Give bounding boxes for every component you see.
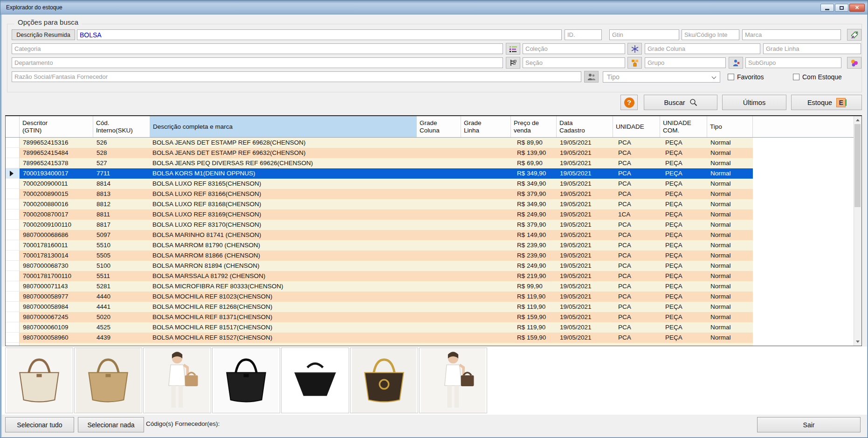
row-selector-cell[interactable] — [6, 240, 20, 250]
table-row[interactable]: 70002009000118814BOLSA LUXO REF 83165(CH… — [6, 179, 854, 189]
column-header-preco[interactable]: Preço devenda — [511, 116, 557, 137]
departamento-field[interactable] — [12, 57, 503, 68]
row-selector-cell[interactable] — [6, 179, 20, 189]
column-header-data[interactable]: DataCadastro — [557, 116, 613, 137]
select-all-button[interactable]: Selecionar tudo — [5, 417, 74, 432]
table-row[interactable]: 70002008800168812BOLSA LUXO REF 83168(CH… — [6, 199, 854, 209]
table-row[interactable]: 98070000589774440BOLSA MOCHILA REF 81023… — [6, 292, 854, 302]
sair-button[interactable]: Sair — [757, 417, 861, 432]
grade-linha-field[interactable] — [763, 43, 861, 54]
product-photo-2-gold-metallic-handbag[interactable] — [74, 348, 142, 413]
fornecedor-field[interactable] — [12, 71, 581, 82]
table-row[interactable]: 70001781300145505BOLSA MARROM 81866 (CHE… — [6, 250, 854, 261]
product-photo-5-black-tote-silhouette[interactable] — [281, 348, 349, 413]
scrollbar-thumb[interactable] — [854, 124, 861, 207]
cell-desc: BOLSA MARRON 81894 (CHENSON) — [150, 261, 417, 271]
sku-field[interactable] — [682, 29, 739, 40]
table-row[interactable]: 7899652415378527BOLSA JEANS PEQ DIVERSAS… — [6, 158, 854, 168]
scroll-up-button[interactable] — [854, 116, 861, 124]
scroll-down-button[interactable] — [854, 338, 861, 346]
row-selector-cell[interactable] — [6, 168, 20, 179]
product-photo-7-model-with-brown-handbag[interactable] — [419, 348, 487, 413]
grupo-field[interactable] — [645, 57, 726, 68]
secao-field[interactable] — [523, 57, 625, 68]
description-type-button[interactable]: Descrição Resumida — [12, 29, 75, 40]
column-header-gtin[interactable]: Descritor(GTIN) — [20, 116, 93, 137]
com-estoque-checkbox[interactable]: Com Estoque — [793, 73, 842, 81]
id-field[interactable] — [565, 29, 602, 40]
table-row[interactable]: 98070000672455020BOLSA MOCHILA REF 81371… — [6, 312, 854, 322]
row-selector-cell[interactable] — [6, 261, 20, 271]
table-row[interactable]: 98070000589604439BOLSA MOCHILA REF 81527… — [6, 333, 854, 343]
row-selector-cell[interactable] — [6, 292, 20, 302]
column-header-sku[interactable]: Cód.Interno(SKU) — [93, 116, 150, 137]
row-selector-cell[interactable] — [6, 199, 20, 209]
product-photo-6-brown-tote-gold-emblem[interactable] — [350, 348, 418, 413]
column-header-tipo[interactable]: Tipo — [707, 116, 753, 137]
table-row[interactable]: 98070000589534474BOLSA MOCHILA REF 81730… — [6, 343, 854, 346]
help-button[interactable]: ? — [620, 95, 638, 110]
row-selector-cell[interactable] — [6, 281, 20, 292]
table-row[interactable]: 98070000711435281BOLSA MICROFIBRA REF 80… — [6, 281, 854, 292]
table-row[interactable]: 98070000687305100BOLSA MARRON 81894 (CHE… — [6, 261, 854, 271]
product-photo-1-beige-monogram-handbag[interactable] — [5, 348, 73, 413]
grupo-button[interactable] — [729, 57, 743, 69]
marca-field[interactable] — [742, 29, 841, 40]
table-row[interactable]: 98070000601094525BOLSA MOCHILA REF 81517… — [6, 322, 854, 333]
table-row[interactable]: 7899652415484528BOLSA JEANS DET ESTAMP R… — [6, 148, 854, 158]
table-row[interactable]: 700020091001108817BOLSA LUXO REF 83170(C… — [6, 220, 854, 230]
row-selector-cell[interactable] — [6, 343, 20, 346]
fornecedor-button[interactable] — [584, 71, 599, 83]
table-row[interactable]: 98070000686865097BOLSA MARINHO 81741 (CH… — [6, 230, 854, 240]
vertical-scrollbar[interactable] — [854, 116, 861, 346]
row-selector-cell[interactable] — [6, 148, 20, 158]
departamento-tree-button[interactable] — [506, 57, 520, 69]
row-selector-cell[interactable] — [6, 189, 20, 199]
column-header-grade_coluna[interactable]: GradeColuna — [417, 116, 461, 137]
table-row[interactable]: 700017817001105511BOLSA MARSSALA 81792 (… — [6, 271, 854, 281]
table-row[interactable]: 70002008900158813BOLSA LUXO REF 83166(CH… — [6, 189, 854, 199]
secao-button[interactable] — [627, 57, 642, 69]
subgrupo-button[interactable] — [847, 57, 861, 69]
estoque-button[interactable]: Estoque E — [791, 95, 862, 110]
row-selector-cell[interactable] — [6, 230, 20, 240]
row-selector-cell[interactable] — [6, 322, 20, 333]
search-input[interactable] — [77, 29, 562, 40]
row-selector-cell[interactable] — [6, 138, 20, 148]
categoria-list-button[interactable] — [506, 43, 520, 55]
table-row[interactable]: 70002008700178811BOLSA LUXO REF 83169(CH… — [6, 209, 854, 220]
table-row[interactable]: 7899652415316526BOLSA JEANS DET ESTAMP R… — [6, 138, 854, 148]
select-none-button[interactable]: Selecionar nada — [78, 417, 144, 432]
row-selector-cell[interactable] — [6, 220, 20, 230]
column-header-unidade[interactable]: UNIDADE — [613, 116, 660, 137]
row-selector-cell[interactable] — [6, 312, 20, 322]
minimize-button[interactable] — [820, 4, 834, 12]
column-header-grade_linha[interactable]: GradeLinha — [461, 116, 511, 137]
ultimos-button[interactable]: Últimos — [722, 95, 786, 110]
colecao-field[interactable] — [523, 43, 625, 54]
table-row[interactable]: 70001781600115510BOLSA MARROM 81790 (CHE… — [6, 240, 854, 250]
product-photo-3-model-with-tan-handbag[interactable] — [143, 348, 211, 413]
column-header-unidade_com[interactable]: UNIDADECOM. — [660, 116, 707, 137]
subgrupo-field[interactable] — [745, 57, 841, 68]
row-selector-cell[interactable] — [6, 271, 20, 281]
row-selector-cell[interactable] — [6, 302, 20, 312]
table-row[interactable]: 98070000589844441BOLSA MOCHILA REF 81268… — [6, 302, 854, 312]
colecao-button[interactable] — [627, 43, 642, 55]
product-photo-4-black-leather-tote[interactable] — [212, 348, 280, 413]
gtin-field[interactable] — [609, 29, 679, 40]
buscar-button[interactable]: Buscar — [644, 95, 717, 110]
row-selector-cell[interactable] — [6, 209, 20, 220]
tipo-select[interactable]: Tipo — [603, 71, 720, 83]
row-selector-cell[interactable] — [6, 333, 20, 343]
row-selector-cell[interactable] — [6, 158, 20, 168]
table-row-selected[interactable]: 70001934000177711BOLSA KORS M1(DENIN OPP… — [6, 168, 854, 179]
close-button[interactable]: ✕ — [849, 4, 865, 12]
tag-button[interactable] — [847, 29, 861, 41]
categoria-field[interactable] — [12, 43, 503, 54]
row-selector-cell[interactable] — [6, 250, 20, 261]
column-header-desc[interactable]: Descrição completa e marca — [150, 116, 417, 137]
grade-coluna-field[interactable] — [645, 43, 760, 54]
maximize-button[interactable] — [835, 4, 848, 12]
favoritos-checkbox[interactable]: Favoritos — [728, 73, 764, 81]
